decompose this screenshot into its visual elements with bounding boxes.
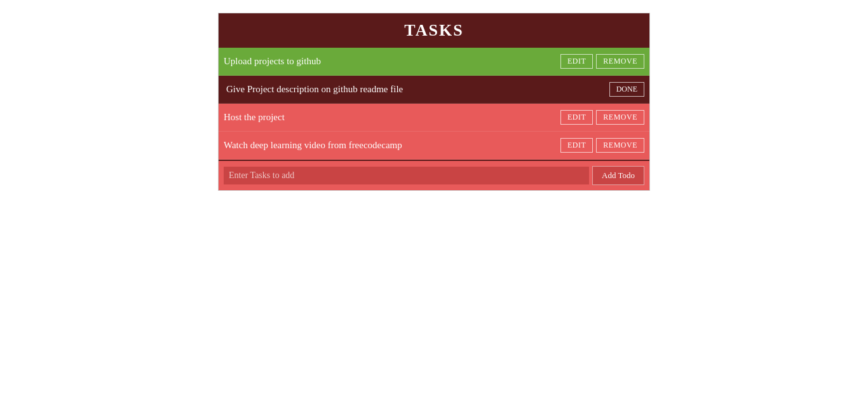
app-title: TASKS [404, 21, 463, 39]
remove-button[interactable]: REMOVE [596, 138, 644, 153]
remove-button[interactable]: REMOVE [596, 54, 644, 69]
task-row: Upload projects to github EDIT REMOVE [219, 48, 649, 76]
task-text: Watch deep learning video from freecodec… [224, 140, 557, 151]
add-todo-row: Add Todo [219, 160, 649, 190]
task-text: Upload projects to github [224, 56, 557, 67]
done-button[interactable]: DONE [609, 82, 644, 97]
edit-button[interactable]: EDIT [560, 138, 593, 153]
app-container: TASKS Upload projects to github EDIT REM… [218, 13, 650, 191]
remove-button[interactable]: REMOVE [596, 110, 644, 125]
task-row: Watch deep learning video from freecodec… [219, 132, 649, 160]
task-text: Host the project [224, 112, 557, 123]
task-edit-input[interactable] [224, 83, 606, 96]
app-header: TASKS [219, 13, 649, 48]
add-todo-button[interactable]: Add Todo [592, 166, 644, 185]
task-row: Host the project EDIT REMOVE [219, 104, 649, 132]
task-row-editing: DONE [219, 76, 649, 104]
add-todo-input[interactable] [224, 167, 589, 184]
edit-button[interactable]: EDIT [560, 110, 593, 125]
edit-button[interactable]: EDIT [560, 54, 593, 69]
tasks-list: Upload projects to github EDIT REMOVE DO… [219, 48, 649, 190]
